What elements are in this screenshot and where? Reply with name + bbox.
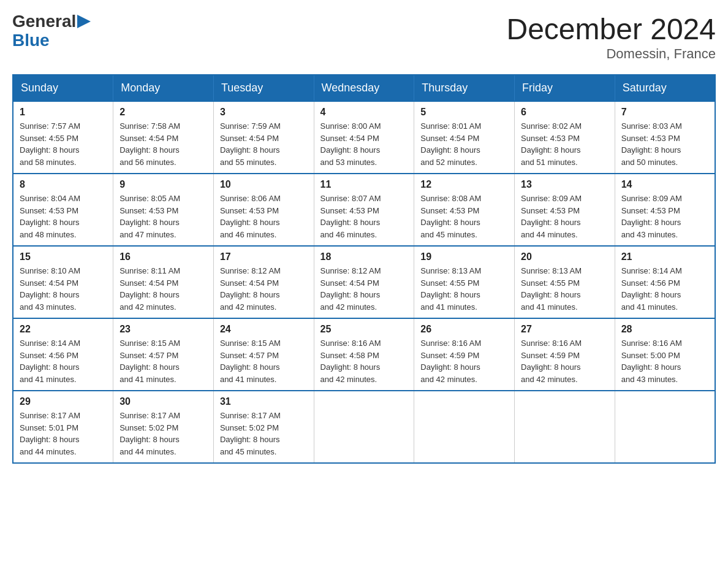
day-number: 31 [220, 396, 308, 407]
day-number: 12 [420, 179, 508, 190]
table-row [314, 391, 414, 463]
logo-general: General [12, 12, 76, 31]
header-sunday: Sunday [13, 75, 113, 101]
table-row: 20 Sunrise: 8:13 AM Sunset: 4:55 PM Dayl… [515, 246, 615, 318]
table-row: 17 Sunrise: 8:12 AM Sunset: 4:54 PM Dayl… [213, 246, 314, 318]
calendar-title: December 2024 [506, 12, 716, 46]
day-info: Sunrise: 8:16 AM Sunset: 5:00 PM Dayligh… [621, 337, 708, 385]
table-row: 4 Sunrise: 8:00 AM Sunset: 4:54 PM Dayli… [314, 101, 414, 174]
table-row: 28 Sunrise: 8:16 AM Sunset: 5:00 PM Dayl… [615, 318, 715, 391]
day-info: Sunrise: 8:10 AM Sunset: 4:54 PM Dayligh… [20, 265, 107, 313]
calendar-week-row: 1 Sunrise: 7:57 AM Sunset: 4:55 PM Dayli… [13, 101, 715, 174]
day-number: 13 [521, 179, 609, 190]
day-info: Sunrise: 8:01 AM Sunset: 4:54 PM Dayligh… [420, 120, 508, 168]
day-info: Sunrise: 8:05 AM Sunset: 4:53 PM Dayligh… [119, 193, 207, 240]
calendar-subtitle: Domessin, France [506, 46, 716, 62]
day-info: Sunrise: 7:58 AM Sunset: 4:54 PM Dayligh… [119, 120, 207, 168]
day-number: 21 [621, 251, 708, 262]
day-number: 19 [420, 251, 508, 262]
day-number: 9 [119, 179, 207, 190]
day-info: Sunrise: 8:06 AM Sunset: 4:53 PM Dayligh… [220, 193, 308, 240]
day-number: 26 [420, 324, 508, 335]
header-friday: Friday [515, 75, 615, 101]
table-row: 23 Sunrise: 8:15 AM Sunset: 4:57 PM Dayl… [113, 318, 214, 391]
day-info: Sunrise: 8:16 AM Sunset: 4:59 PM Dayligh… [521, 337, 609, 385]
day-info: Sunrise: 8:12 AM Sunset: 4:54 PM Dayligh… [320, 265, 408, 313]
table-row: 2 Sunrise: 7:58 AM Sunset: 4:54 PM Dayli… [113, 101, 214, 174]
day-number: 8 [20, 179, 107, 190]
table-row: 12 Sunrise: 8:08 AM Sunset: 4:53 PM Dayl… [414, 174, 515, 246]
day-number: 11 [320, 179, 408, 190]
day-info: Sunrise: 8:09 AM Sunset: 4:53 PM Dayligh… [521, 193, 609, 240]
day-info: Sunrise: 8:17 AM Sunset: 5:01 PM Dayligh… [20, 410, 107, 458]
day-number: 7 [621, 107, 708, 118]
day-number: 29 [20, 396, 107, 407]
table-row: 3 Sunrise: 7:59 AM Sunset: 4:54 PM Dayli… [213, 101, 314, 174]
table-row: 24 Sunrise: 8:15 AM Sunset: 4:57 PM Dayl… [213, 318, 314, 391]
day-number: 30 [119, 396, 207, 407]
header-thursday: Thursday [414, 75, 515, 101]
table-row: 21 Sunrise: 8:14 AM Sunset: 4:56 PM Dayl… [615, 246, 715, 318]
header-saturday: Saturday [615, 75, 715, 101]
calendar-header-row: Sunday Monday Tuesday Wednesday Thursday… [13, 75, 715, 101]
day-info: Sunrise: 7:57 AM Sunset: 4:55 PM Dayligh… [20, 120, 107, 168]
day-number: 25 [320, 324, 408, 335]
table-row: 5 Sunrise: 8:01 AM Sunset: 4:54 PM Dayli… [414, 101, 515, 174]
day-info: Sunrise: 8:12 AM Sunset: 4:54 PM Dayligh… [220, 265, 308, 313]
day-info: Sunrise: 8:07 AM Sunset: 4:53 PM Dayligh… [320, 193, 408, 240]
day-number: 10 [220, 179, 308, 190]
day-info: Sunrise: 8:16 AM Sunset: 4:58 PM Dayligh… [320, 337, 408, 385]
table-row: 29 Sunrise: 8:17 AM Sunset: 5:01 PM Dayl… [13, 391, 113, 463]
svg-marker-0 [77, 15, 91, 28]
day-info: Sunrise: 8:14 AM Sunset: 4:56 PM Dayligh… [621, 265, 708, 313]
header-tuesday: Tuesday [213, 75, 314, 101]
day-number: 14 [621, 179, 708, 190]
day-number: 27 [521, 324, 609, 335]
day-info: Sunrise: 8:02 AM Sunset: 4:53 PM Dayligh… [521, 120, 609, 168]
table-row: 7 Sunrise: 8:03 AM Sunset: 4:53 PM Dayli… [615, 101, 715, 174]
day-number: 23 [119, 324, 207, 335]
header-monday: Monday [113, 75, 214, 101]
day-number: 6 [521, 107, 609, 118]
day-number: 5 [420, 107, 508, 118]
day-number: 18 [320, 251, 408, 262]
table-row: 30 Sunrise: 8:17 AM Sunset: 5:02 PM Dayl… [113, 391, 214, 463]
table-row: 8 Sunrise: 8:04 AM Sunset: 4:53 PM Dayli… [13, 174, 113, 246]
table-row [615, 391, 715, 463]
day-info: Sunrise: 8:08 AM Sunset: 4:53 PM Dayligh… [420, 193, 508, 240]
table-row: 16 Sunrise: 8:11 AM Sunset: 4:54 PM Dayl… [113, 246, 214, 318]
table-row: 9 Sunrise: 8:05 AM Sunset: 4:53 PM Dayli… [113, 174, 214, 246]
table-row: 13 Sunrise: 8:09 AM Sunset: 4:53 PM Dayl… [515, 174, 615, 246]
day-info: Sunrise: 8:03 AM Sunset: 4:53 PM Dayligh… [621, 120, 708, 168]
table-row: 27 Sunrise: 8:16 AM Sunset: 4:59 PM Dayl… [515, 318, 615, 391]
header-wednesday: Wednesday [314, 75, 414, 101]
table-row: 10 Sunrise: 8:06 AM Sunset: 4:53 PM Dayl… [213, 174, 314, 246]
day-number: 24 [220, 324, 308, 335]
calendar-week-row: 29 Sunrise: 8:17 AM Sunset: 5:01 PM Dayl… [13, 391, 715, 463]
table-row: 31 Sunrise: 8:17 AM Sunset: 5:02 PM Dayl… [213, 391, 314, 463]
day-number: 28 [621, 324, 708, 335]
table-row: 6 Sunrise: 8:02 AM Sunset: 4:53 PM Dayli… [515, 101, 615, 174]
day-info: Sunrise: 8:11 AM Sunset: 4:54 PM Dayligh… [119, 265, 207, 313]
table-row: 1 Sunrise: 7:57 AM Sunset: 4:55 PM Dayli… [13, 101, 113, 174]
day-info: Sunrise: 8:16 AM Sunset: 4:59 PM Dayligh… [420, 337, 508, 385]
day-number: 1 [20, 107, 107, 118]
day-number: 22 [20, 324, 107, 335]
table-row: 15 Sunrise: 8:10 AM Sunset: 4:54 PM Dayl… [13, 246, 113, 318]
logo: General Blue [12, 12, 91, 50]
table-row [515, 391, 615, 463]
day-info: Sunrise: 8:13 AM Sunset: 4:55 PM Dayligh… [420, 265, 508, 313]
day-info: Sunrise: 8:13 AM Sunset: 4:55 PM Dayligh… [521, 265, 609, 313]
day-info: Sunrise: 8:15 AM Sunset: 4:57 PM Dayligh… [220, 337, 308, 385]
title-section: December 2024 Domessin, France [506, 12, 716, 62]
table-row: 22 Sunrise: 8:14 AM Sunset: 4:56 PM Dayl… [13, 318, 113, 391]
day-number: 4 [320, 107, 408, 118]
page-header: General Blue December 2024 Domessin, Fra… [12, 12, 716, 62]
day-number: 15 [20, 251, 107, 262]
day-info: Sunrise: 8:17 AM Sunset: 5:02 PM Dayligh… [220, 410, 308, 458]
logo-arrow-icon [77, 15, 91, 28]
day-number: 17 [220, 251, 308, 262]
day-info: Sunrise: 7:59 AM Sunset: 4:54 PM Dayligh… [220, 120, 308, 168]
day-info: Sunrise: 8:00 AM Sunset: 4:54 PM Dayligh… [320, 120, 408, 168]
day-info: Sunrise: 8:15 AM Sunset: 4:57 PM Dayligh… [119, 337, 207, 385]
